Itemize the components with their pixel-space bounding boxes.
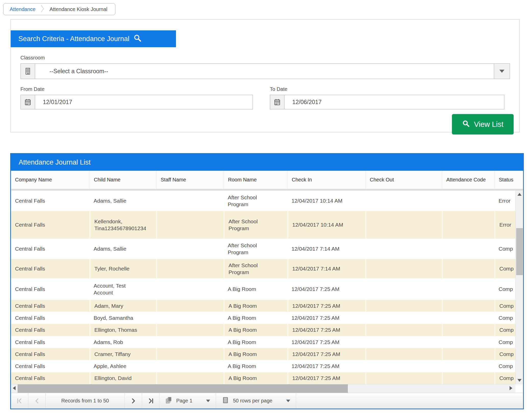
search-criteria-header: Search Criteria - Attendance Journal (11, 30, 176, 47)
horizontal-scrollbar-thumb[interactable] (18, 384, 348, 393)
cell-check-out (365, 360, 442, 372)
table-row: Central FallsAccount, Test AccountA Big … (11, 278, 515, 300)
cell-check-in: 12/04/2017 7:25 AM (287, 348, 365, 360)
cell-text: Comp (499, 339, 513, 346)
cell-text: 12/04/2017 10:14 AM (292, 197, 343, 204)
cell-company: Central Falls (11, 360, 90, 372)
first-page-button[interactable] (11, 393, 28, 409)
classroom-select[interactable]: --Select a Classroom-- (20, 63, 510, 79)
cell-attendance-code (442, 360, 495, 372)
from-date-label: From Date (20, 86, 253, 92)
cell-company: Central Falls (11, 312, 90, 324)
horizontal-scrollbar[interactable] (11, 384, 523, 393)
scroll-down-icon[interactable] (517, 379, 522, 382)
from-date-value[interactable]: 12/01/2017 (35, 95, 252, 109)
from-date-input[interactable]: 12/01/2017 (20, 95, 253, 109)
calendar-icon[interactable] (21, 95, 35, 109)
cell-company: Central Falls (11, 191, 90, 211)
cell-check-out (365, 259, 442, 278)
table-row: Central FallsAdam, MaryA Big Room12/04/2… (11, 300, 515, 312)
column-header-check-in[interactable]: Check In (287, 171, 365, 189)
next-page-button[interactable] (125, 393, 142, 409)
cell-staff (156, 348, 224, 360)
cell-room: A Big Room (224, 312, 287, 324)
column-header-company-name[interactable]: Company Name (11, 171, 90, 189)
cell-child: Ellington, David (90, 372, 156, 384)
cell-child: Boyd, Samantha (90, 312, 156, 324)
classroom-dropdown-button[interactable] (494, 64, 510, 79)
records-range-label: Records from 1 to 50 (46, 393, 125, 409)
vertical-scrollbar[interactable] (515, 191, 523, 384)
cell-check-out (365, 191, 442, 211)
column-header-check-out[interactable]: Check Out (365, 171, 442, 189)
cell-room: A Big Room (224, 372, 287, 384)
column-header-attendance-code[interactable]: Attendance Code (442, 171, 495, 189)
cell-text: 12/04/2017 7:25 AM (292, 339, 339, 346)
last-page-icon (147, 398, 154, 404)
view-list-button[interactable]: View List (452, 114, 514, 134)
cell-attendance-code (442, 336, 495, 348)
page-label: Page 1 (176, 398, 192, 404)
column-header-staff-name[interactable]: Staff Name (156, 171, 224, 189)
scroll-up-icon[interactable] (517, 193, 522, 196)
page-selector[interactable]: Page 1 (159, 393, 216, 409)
cell-room: After School Program (224, 259, 287, 278)
cell-text: A Big Room (228, 363, 276, 370)
table-row: Central FallsBoyd, SamanthaA Big Room12/… (11, 312, 515, 324)
cell-attendance-code (442, 324, 495, 336)
to-date-label: To Date (270, 86, 504, 92)
cell-staff (156, 191, 224, 211)
cell-attendance-code (442, 348, 495, 360)
vertical-scrollbar-thumb[interactable] (516, 228, 523, 275)
column-header-room-name[interactable]: Room Name (224, 171, 287, 189)
cell-text: A Big Room (229, 326, 277, 333)
cell-staff (156, 211, 224, 239)
cell-check-out (365, 336, 442, 348)
cell-text: Comp (499, 326, 514, 333)
cell-text: Central Falls (15, 286, 45, 292)
to-date-value[interactable]: 12/06/2017 (285, 95, 504, 109)
cell-text: A Big Room (229, 302, 277, 309)
cell-attendance-code (442, 312, 495, 324)
cell-text: 12/04/2017 7:14 AM (292, 265, 340, 272)
cell-child: Account, Test Account (90, 278, 156, 300)
breadcrumb-attendance-link[interactable]: Attendance (10, 6, 35, 12)
cell-status: Comp (495, 360, 515, 372)
cell-text: 12/04/2017 10:14 AM (292, 221, 343, 228)
cell-status: Comp (495, 324, 515, 336)
cell-staff (156, 300, 224, 312)
cell-text: A Big Room (228, 286, 276, 292)
table-row: Central FallsAdams, SallieAfter School P… (11, 239, 515, 259)
cell-text: After School Program (228, 242, 276, 256)
rows-per-page-selector[interactable]: 50 rows per page (216, 393, 296, 409)
cell-text: Comp (499, 351, 514, 358)
cell-text: Adams, Rob (94, 339, 145, 346)
column-header-status[interactable]: Status (495, 171, 523, 189)
cell-text: Central Falls (15, 197, 45, 204)
calendar-icon[interactable] (270, 95, 285, 109)
cell-company: Central Falls (11, 239, 90, 259)
cell-staff (156, 239, 224, 259)
scroll-right-icon[interactable] (510, 386, 512, 390)
cell-check-in: 12/04/2017 10:14 AM (287, 211, 365, 239)
cell-attendance-code (442, 278, 495, 300)
breadcrumb: Attendance Attendance Kiosk Journal (3, 3, 116, 15)
classroom-label: Classroom (20, 55, 519, 61)
cell-check-out (365, 324, 442, 336)
to-date-input[interactable]: 12/06/2017 (270, 95, 504, 109)
column-header-child-name[interactable]: Child Name (90, 171, 156, 189)
cell-text: Central Falls (15, 265, 45, 272)
last-page-button[interactable] (142, 393, 159, 409)
table-header-row: Company Name Child Name Staff Name Room … (11, 171, 523, 191)
cell-staff (156, 259, 224, 278)
scroll-left-icon[interactable] (13, 386, 16, 390)
classroom-selected-value[interactable]: --Select a Classroom-- (35, 64, 494, 79)
cell-check-out (365, 372, 442, 384)
cell-text: 12/04/2017 7:25 AM (292, 302, 340, 309)
previous-page-button[interactable] (28, 393, 46, 409)
cell-child: Kellendonk, Tina12345678901234 (90, 211, 156, 239)
cell-status: Comp (495, 278, 515, 300)
cell-text: After School Program (229, 218, 277, 232)
table-title-bar: Attendance Journal List (11, 154, 523, 171)
cell-room: After School Program (224, 239, 287, 259)
